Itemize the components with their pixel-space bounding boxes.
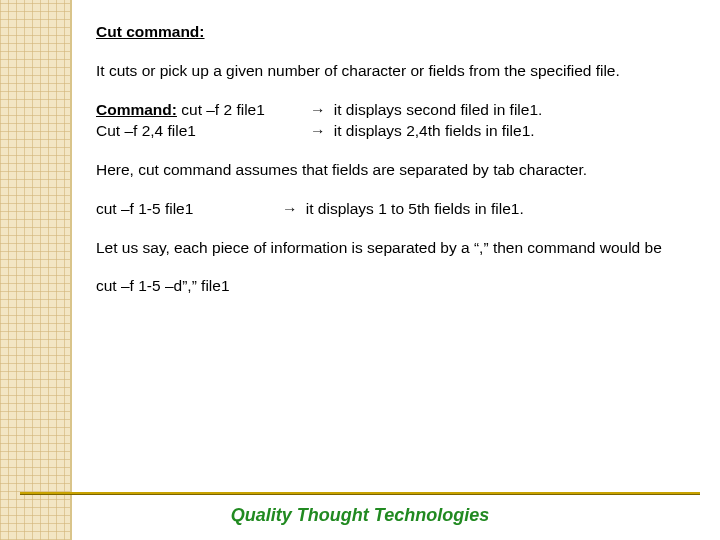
range-example: cut –f 1-5 file1 → it displays 1 to 5th …	[96, 199, 696, 220]
range-cmd: cut –f 1-5 file1	[96, 199, 278, 220]
example-row-1: Command: cut –f 2 file1 → it displays se…	[96, 100, 696, 121]
range-desc: it displays 1 to 5th fields in file1.	[306, 200, 524, 217]
arrow-icon: →	[310, 121, 326, 142]
slide: Cut command: It cuts or pick up a given …	[0, 0, 720, 540]
slide-content: Cut command: It cuts or pick up a given …	[96, 22, 696, 315]
range-row: cut –f 1-5 file1 → it displays 1 to 5th …	[96, 199, 696, 220]
delimiter-intro: Let us say, each piece of information is…	[96, 238, 696, 259]
example-2-right: → it displays 2,4th fields in file1.	[306, 121, 535, 142]
example-2-desc: it displays 2,4th fields in file1.	[334, 122, 535, 139]
command-examples: Command: cut –f 2 file1 → it displays se…	[96, 100, 696, 142]
command-label: Command:	[96, 101, 177, 118]
footer-brand: Quality Thought Technologies	[0, 505, 720, 526]
example-2-cmd: Cut –f 2,4 file1	[96, 121, 306, 142]
example-1-left: Command: cut –f 2 file1	[96, 100, 306, 121]
intro-paragraph: It cuts or pick up a given number of cha…	[96, 61, 696, 82]
arrow-icon: →	[282, 199, 298, 220]
delimiter-command: cut –f 1-5 –d”,” file1	[96, 276, 696, 297]
example-row-2: Cut –f 2,4 file1 → it displays 2,4th fie…	[96, 121, 696, 142]
example-1-cmd: cut –f 2 file1	[181, 101, 265, 118]
example-1-right: → it displays second filed in file1.	[306, 100, 542, 121]
arrow-icon: →	[310, 100, 326, 121]
left-pattern-stripe	[0, 0, 72, 540]
footer-rule	[20, 492, 700, 494]
range-right: → it displays 1 to 5th fields in file1.	[278, 199, 524, 220]
assumption-note: Here, cut command assumes that fields ar…	[96, 160, 696, 181]
slide-title: Cut command:	[96, 22, 696, 43]
example-1-desc: it displays second filed in file1.	[334, 101, 543, 118]
